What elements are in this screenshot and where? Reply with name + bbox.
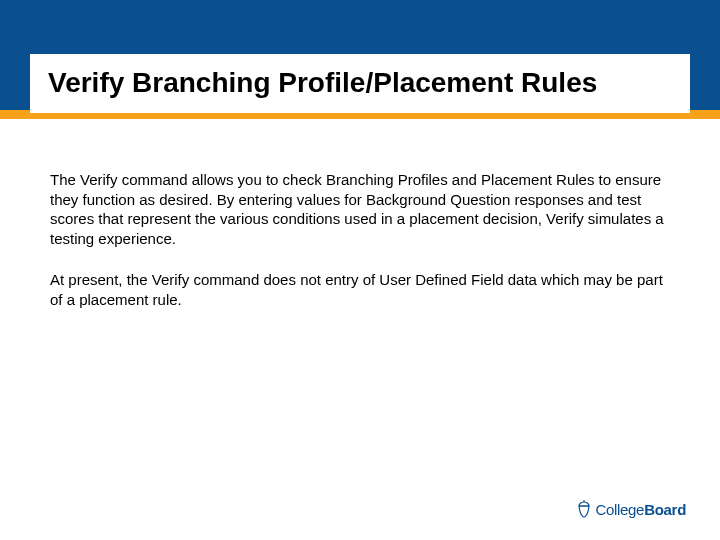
- slide: Verify Branching Profile/Placement Rules…: [0, 0, 720, 540]
- acorn-icon: [577, 500, 591, 518]
- logo-text: CollegeBoard: [595, 501, 686, 518]
- title-box: Verify Branching Profile/Placement Rules: [30, 54, 690, 113]
- slide-title: Verify Branching Profile/Placement Rules: [48, 68, 672, 99]
- body-paragraph-1: The Verify command allows you to check B…: [50, 170, 670, 248]
- body-paragraph-2: At present, the Verify command does not …: [50, 270, 670, 309]
- logo-text-bold: Board: [644, 501, 686, 518]
- footer-logo: CollegeBoard: [577, 500, 686, 518]
- logo-text-light: College: [595, 501, 644, 518]
- body-area: The Verify command allows you to check B…: [50, 170, 670, 331]
